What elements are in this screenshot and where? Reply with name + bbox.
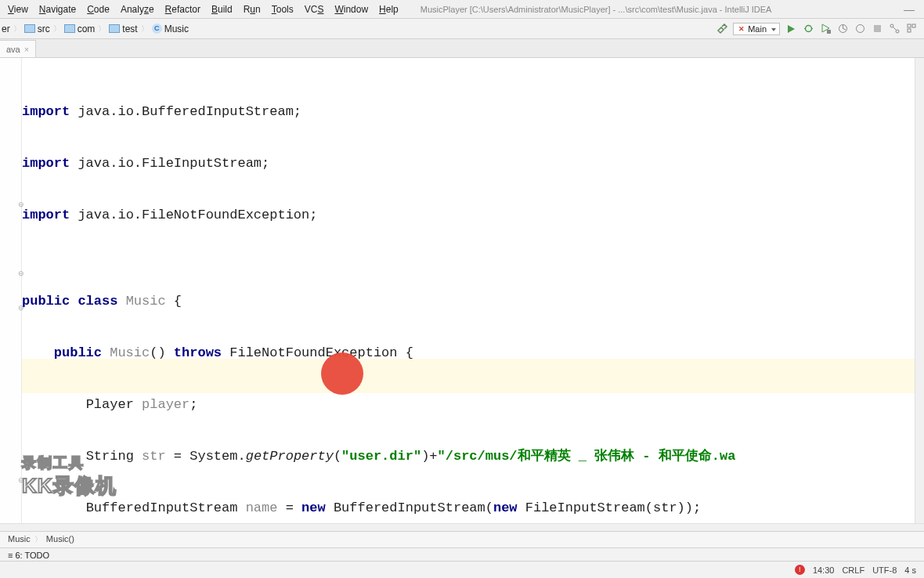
git-icon[interactable]: [888, 23, 901, 35]
menu-view[interactable]: View: [3, 2, 33, 16]
stop-icon[interactable]: [871, 23, 883, 35]
statusbar: ! 14:30 CRLF UTF-8 4 s: [0, 561, 924, 578]
folder-icon: [109, 24, 120, 33]
editor-tab[interactable]: ava ×: [0, 40, 36, 57]
folder-icon: [24, 24, 35, 33]
crumb-com[interactable]: com: [64, 23, 96, 34]
svg-point-0: [805, 26, 811, 32]
svg-line-9: [893, 27, 897, 31]
attach-icon[interactable]: [854, 23, 866, 35]
run-icon[interactable]: [785, 23, 797, 35]
menu-build[interactable]: Build: [207, 2, 237, 16]
gutter: ⊖ ⊖ ⊖ ⊖: [0, 58, 22, 523]
search-icon[interactable]: [905, 23, 918, 35]
editor[interactable]: ⊖ ⊖ ⊖ ⊖ import java.io.BufferedInputStre…: [0, 58, 924, 523]
debug-icon[interactable]: [802, 23, 814, 35]
svg-rect-3: [827, 30, 831, 34]
menu-navigate[interactable]: Navigate: [34, 2, 81, 16]
class-icon: C: [152, 23, 162, 34]
svg-rect-10: [908, 24, 911, 27]
run-config-selector[interactable]: ✕Main: [733, 23, 780, 35]
horizontal-scrollbar[interactable]: [0, 523, 924, 531]
menu-refactor[interactable]: Refactor: [161, 2, 205, 16]
cursor-highlight-icon: [321, 352, 363, 395]
hammer-icon[interactable]: [716, 23, 728, 35]
menu-run[interactable]: Run: [239, 2, 265, 16]
nav-class[interactable]: Music: [8, 534, 31, 544]
nav-breadcrumb: Music 〉 Music(): [0, 531, 924, 548]
crumb-src[interactable]: src: [24, 23, 50, 34]
file-encoding[interactable]: UTF-8: [872, 565, 897, 575]
minimize-button[interactable]: —: [897, 3, 921, 16]
close-icon[interactable]: ×: [24, 45, 29, 54]
svg-rect-11: [912, 24, 915, 27]
crumb-test[interactable]: test: [109, 23, 137, 34]
window-title: MusicPlayer [C:\Users\Administrator\Musi…: [420, 5, 896, 14]
status-time: 14:30: [813, 565, 835, 575]
svg-rect-12: [908, 29, 911, 32]
code-area[interactable]: import java.io.BufferedInputStream; impo…: [22, 58, 924, 523]
menu-vcs[interactable]: VCS: [300, 2, 329, 16]
crumb-root[interactable]: er: [2, 23, 10, 34]
error-icon[interactable]: !: [795, 565, 805, 575]
svg-rect-6: [874, 25, 881, 32]
menu-tools[interactable]: Tools: [267, 2, 298, 16]
coverage-icon[interactable]: [819, 23, 832, 35]
toolbar: er〉 src〉 com〉 test〉 CMusic ✕Main: [0, 19, 924, 39]
menu-code[interactable]: Code: [82, 2, 114, 16]
menu-window[interactable]: Window: [330, 2, 373, 16]
folder-icon: [64, 24, 75, 33]
crumb-class[interactable]: CMusic: [152, 23, 189, 34]
line-separator[interactable]: CRLF: [842, 565, 864, 575]
breadcrumb: er〉 src〉 com〉 test〉 CMusic: [2, 23, 189, 34]
menu-analyze[interactable]: Analyze: [116, 2, 159, 16]
menu-help[interactable]: Help: [374, 2, 403, 16]
indent-info[interactable]: 4 s: [904, 565, 916, 575]
tab-label: ava: [6, 45, 20, 54]
profiler-icon[interactable]: [836, 23, 849, 35]
menubar: View Navigate Code Analyze Refactor Buil…: [0, 0, 924, 19]
editor-tabbar: ava ×: [0, 39, 924, 58]
nav-method[interactable]: Music(): [46, 534, 74, 544]
svg-point-5: [856, 25, 864, 33]
